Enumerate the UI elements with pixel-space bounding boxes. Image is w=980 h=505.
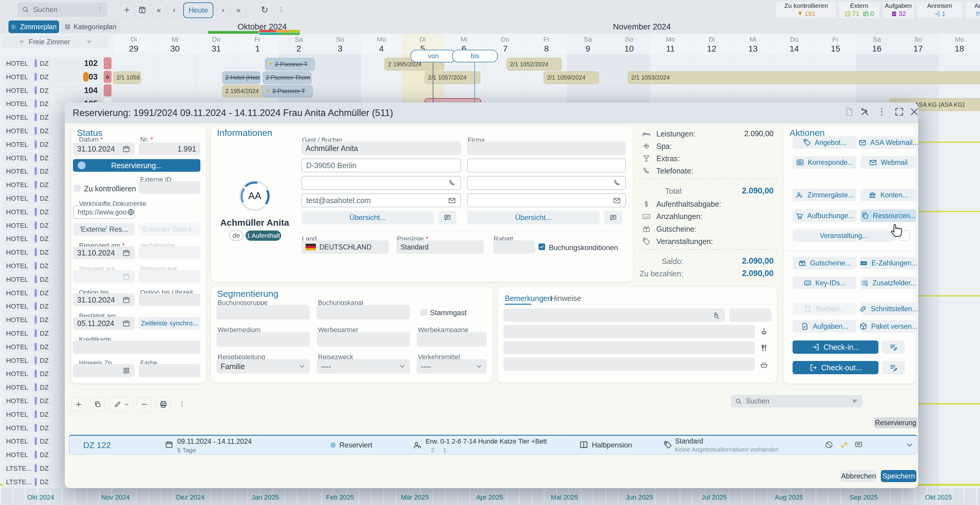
farbe-field[interactable]	[138, 364, 200, 377]
konten-button[interactable]: Konten...	[861, 189, 916, 201]
cancel-button[interactable]: Abbrechen	[840, 470, 877, 482]
day-header-so-10[interactable]: So10	[608, 34, 650, 54]
globe-icon[interactable]	[127, 208, 135, 216]
badge-aufgaben[interactable]: Aufgaben32	[883, 2, 914, 18]
global-search-input[interactable]: Suchen	[18, 2, 107, 17]
check-in-button[interactable]: Check-in...	[792, 340, 878, 354]
tools-icon[interactable]	[860, 106, 870, 117]
externe-res-button[interactable]: 'Externe' Res...	[73, 223, 135, 236]
room-status-block[interactable]	[103, 84, 111, 97]
day-header-do-31[interactable]: Do31	[196, 34, 237, 54]
timeline-month[interactable]: Jun 2025	[625, 494, 653, 501]
bemerkung-restaurant-field[interactable]	[503, 341, 755, 354]
day-header-di-29[interactable]: Di29	[113, 34, 154, 54]
refresh-button[interactable]: ↻	[259, 2, 270, 17]
reservation-bar[interactable]: 2 1954/2024	[222, 85, 268, 98]
timeline-month[interactable]: Jul 2025	[702, 494, 727, 501]
firma-name-field[interactable]	[467, 141, 626, 155]
gutscheine-button[interactable]: Gutscheine...	[792, 257, 856, 269]
veranstaltung-button[interactable]: Veranstaltung...	[792, 229, 895, 242]
werbekampagne-field[interactable]	[417, 332, 487, 346]
land-field[interactable]: DEUTSCHLAND	[301, 240, 389, 254]
guest-notes-button[interactable]	[439, 211, 457, 224]
timeline-month[interactable]: Mai 2025	[551, 494, 578, 501]
tab-zimmerplan[interactable]: Zimmerplan	[8, 21, 59, 33]
reisezweck-select[interactable]: ----	[317, 359, 410, 374]
guest-email-field[interactable]: test@asahotel.com	[301, 194, 461, 207]
edit-line-button[interactable]	[110, 397, 134, 411]
tab-hinweise[interactable]: Hinweise	[550, 294, 581, 303]
ressourcen-button[interactable]: Ressourcen...	[861, 210, 916, 222]
zimmergaeste-button[interactable]: Zimmergäste...	[792, 189, 856, 201]
werbepartner-field[interactable]	[317, 332, 410, 346]
reservation-bar[interactable]: 2 Psenner Thom	[262, 71, 312, 84]
goto-date-button[interactable]	[135, 2, 150, 17]
next-button[interactable]: ›	[217, 2, 229, 17]
timeline-month[interactable]: Dez 2024	[176, 494, 205, 501]
option-bis-field[interactable]: 31.10.2024	[73, 294, 135, 306]
option-bis-uhrzeit-field[interactable]	[138, 294, 200, 306]
day-header-do-14[interactable]: Do14	[773, 34, 815, 54]
nr-field[interactable]: 1.991	[138, 143, 200, 155]
no-symbol-icon[interactable]	[824, 440, 834, 449]
datum-field[interactable]: 31.10.2024	[73, 143, 135, 155]
today-button[interactable]: Heute	[183, 2, 213, 18]
calendar-icon[interactable]	[122, 249, 130, 257]
range-start-pill[interactable]: von	[410, 50, 456, 62]
free-rooms-filter[interactable]: Freie Zimmer	[2, 35, 108, 48]
fullscreen-icon[interactable]	[894, 106, 904, 117]
webmail-button[interactable]: Webmail	[861, 156, 916, 169]
buchungskonditionen-checkbox[interactable]	[539, 243, 545, 250]
timeline-month[interactable]: Apr 2025	[476, 494, 503, 501]
filter-icon[interactable]	[851, 398, 858, 405]
day-header-mi-30[interactable]: Mi30	[154, 34, 196, 54]
badge-zu-kontrollieren[interactable]: Zu kontrollieren191	[776, 2, 836, 18]
aufgaben-button[interactable]: Aufgaben...	[792, 320, 856, 333]
reserviert-am-field[interactable]: 31.10.2024	[73, 246, 135, 259]
day-header-sa-2[interactable]: Sa2	[278, 34, 320, 54]
reservation-line-row[interactable]: DZ 122 09.11.2024 - 14.11.2024 5 Tage Re…	[69, 435, 918, 454]
externe-id-field[interactable]	[138, 181, 200, 194]
range-end-pill[interactable]: bis	[452, 50, 498, 62]
bestaetigt-am-field[interactable]: 05.11.2024	[73, 317, 135, 330]
reservation-bar[interactable]: 2/1 1052/2024	[507, 58, 562, 70]
day-header-mo-4[interactable]: Mo4	[361, 34, 402, 54]
day-header-fr-8[interactable]: Fr8	[526, 34, 567, 54]
remove-line-button[interactable]	[137, 397, 151, 411]
stays-badge[interactable]: 1 Aufenthalt	[246, 230, 281, 241]
preisliste-field[interactable]: Standard	[396, 240, 484, 254]
line-menu-button[interactable]	[175, 397, 189, 411]
firma-phone-field[interactable]	[467, 176, 626, 190]
e-zahlungen-button[interactable]: 100 E-Zahlungen...	[861, 257, 916, 269]
toolbar-menu-button[interactable]	[275, 2, 288, 17]
day-header-fr-1[interactable]: Fr1	[237, 34, 278, 54]
jump-back-button[interactable]: «	[152, 2, 166, 17]
year-timeline[interactable]: Okt 2024Nov 2024Dez 2024Jan 2025Feb 2025…	[0, 488, 980, 505]
jump-forward-button[interactable]: »	[231, 2, 245, 17]
timeline-month[interactable]: Feb 2025	[326, 494, 354, 501]
firma-email-field[interactable]	[467, 194, 626, 207]
timeline-month[interactable]: Sep 2025	[850, 494, 878, 501]
day-header-sa-16[interactable]: Sa16	[856, 34, 897, 54]
dokument-url-field[interactable]: https://www.goo	[73, 205, 135, 219]
werbemedium-field[interactable]	[216, 332, 310, 346]
paket-versenden-button[interactable]: Paket versen...	[861, 320, 916, 333]
reservation-type-button[interactable]: Reservierung...	[73, 159, 200, 172]
room-row-102[interactable]: HOTELDZ102	[2, 57, 102, 69]
kreditkarte-field[interactable]	[73, 340, 200, 354]
dialog-header[interactable]: Reservierung: 1991/2024 09.11.2024 - 14.…	[65, 102, 918, 124]
stammgast-checkbox[interactable]	[420, 309, 427, 316]
korrespondenz-button[interactable]: Korresponde...	[792, 156, 856, 169]
guest-city-field[interactable]: D-39050 Berlin	[301, 159, 461, 172]
room-row-104[interactable]: HOTELDZ104	[2, 84, 102, 97]
room-row-103[interactable]: HOTELDZ103	[2, 71, 102, 83]
verkehrsmittel-select[interactable]: ----	[417, 359, 487, 374]
day-header-sa-9[interactable]: Sa9	[567, 34, 608, 54]
room-label[interactable]: DZ 122	[83, 440, 111, 450]
zu-kontrollieren-checkbox[interactable]	[74, 185, 80, 192]
calendar-icon[interactable]	[122, 295, 130, 304]
add-reservation-line-button[interactable]	[72, 397, 86, 411]
reservation-bar[interactable]: 2 Hotel (Hotel)	[222, 71, 261, 84]
timeline-month[interactable]: Mär 2025	[401, 494, 429, 501]
check-in-notes-button[interactable]	[882, 340, 905, 354]
